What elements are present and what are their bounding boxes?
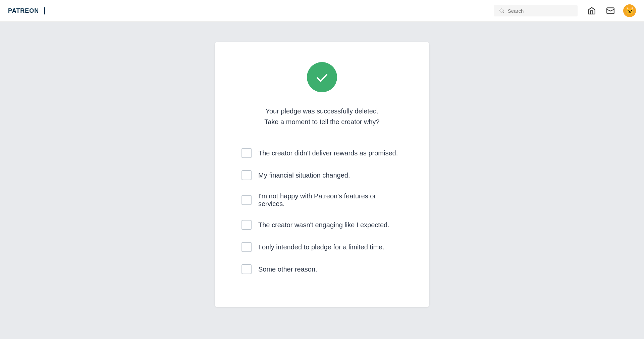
success-message-line2: Take a moment to tell the creator why? xyxy=(264,116,380,127)
home-icon xyxy=(587,6,596,15)
label-reason2[interactable]: My financial situation changed. xyxy=(258,172,350,179)
list-item[interactable]: The creator didn't deliver rewards as pr… xyxy=(241,142,402,164)
success-message-line1: Your pledge was successfully deleted. xyxy=(264,106,380,116)
success-icon-circle xyxy=(307,62,337,92)
messages-icon xyxy=(606,6,615,15)
label-reason1[interactable]: The creator didn't deliver rewards as pr… xyxy=(258,149,398,157)
patreon-logo: PATREON xyxy=(8,7,45,14)
home-button[interactable] xyxy=(586,5,598,17)
checkbox-reason3[interactable] xyxy=(241,195,252,205)
messages-button[interactable] xyxy=(604,5,616,17)
pledge-deleted-card: Your pledge was successfully deleted. Ta… xyxy=(215,42,429,307)
search-icon xyxy=(499,8,504,14)
avatar-emoji: 🐱 xyxy=(625,6,634,15)
list-item[interactable]: The creator wasn't engaging like I expec… xyxy=(241,214,402,236)
checkbox-reason5[interactable] xyxy=(241,242,252,252)
list-item[interactable]: My financial situation changed. xyxy=(241,164,402,186)
checkbox-reason4[interactable] xyxy=(241,220,252,230)
checkbox-reason6[interactable] xyxy=(241,264,252,274)
list-item[interactable]: Some other reason. xyxy=(241,258,402,280)
label-reason3[interactable]: I'm not happy with Patreon's features or… xyxy=(258,192,402,208)
list-item[interactable]: I only intended to pledge for a limited … xyxy=(241,236,402,258)
svg-line-1 xyxy=(503,12,504,13)
checkbox-reason2[interactable] xyxy=(241,170,252,180)
checkmark-icon xyxy=(314,69,330,85)
main-content: Your pledge was successfully deleted. Ta… xyxy=(0,22,644,339)
label-reason5[interactable]: I only intended to pledge for a limited … xyxy=(258,243,384,251)
list-item[interactable]: I'm not happy with Patreon's features or… xyxy=(241,186,402,214)
search-input[interactable] xyxy=(508,8,572,14)
app-header: PATREON 🐱 xyxy=(0,0,644,22)
label-reason4[interactable]: The creator wasn't engaging like I expec… xyxy=(258,221,389,229)
checkbox-reason1[interactable] xyxy=(241,148,252,158)
header-icons: 🐱 xyxy=(586,4,636,17)
label-reason6[interactable]: Some other reason. xyxy=(258,265,317,273)
reasons-list: The creator didn't deliver rewards as pr… xyxy=(241,142,402,280)
success-message: Your pledge was successfully deleted. Ta… xyxy=(264,106,380,127)
user-avatar[interactable]: 🐱 xyxy=(623,4,636,17)
search-bar[interactable] xyxy=(494,5,578,16)
